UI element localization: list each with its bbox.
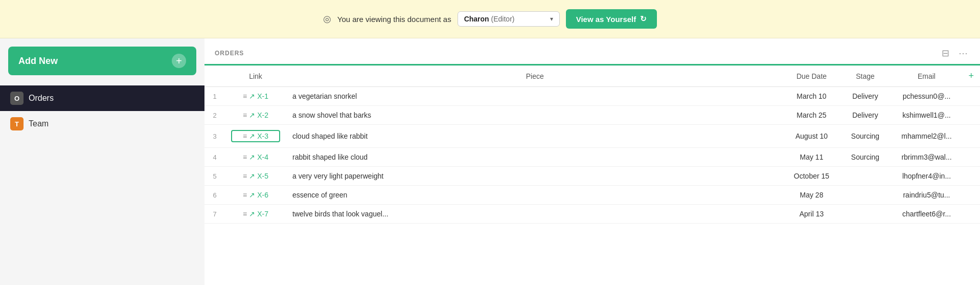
link-id[interactable]: X-7 [257,210,268,218]
row-due-date: April 13 [783,205,839,224]
chevron-down-icon: ▾ [550,15,553,23]
sidebar-team-label: Team [29,119,49,128]
link-id[interactable]: X-3 [257,132,268,140]
view-as-banner: ◎ You are viewing this document as Charo… [0,0,980,38]
row-link-cell[interactable]: ≡↗X-2 [225,106,286,125]
table-header-row: Link Piece Due Date Stage Email + [204,65,980,87]
link-id[interactable]: X-4 [257,153,268,161]
external-link-icon: ↗ [249,92,255,100]
row-stage: Delivery [839,106,891,125]
banner-text: You are viewing this document as [337,15,451,24]
row-email: chartfleet6@r... [891,205,962,224]
section-label: ORDERS [215,50,244,57]
row-number: 2 [204,106,225,125]
table-row[interactable]: 5≡↗X-5a very very light paperweightOctob… [204,167,980,186]
sidebar: Add New + O Orders T Team [0,38,204,285]
doc-icon: ≡ [243,92,247,100]
row-due-date: May 11 [783,148,839,167]
col-header-add[interactable]: + [962,65,980,87]
doc-icon: ≡ [243,153,247,161]
table-row[interactable]: 4≡↗X-4rabbit shaped like cloudMay 11Sour… [204,148,980,167]
content-header: ORDERS ⊟ ⋯ [204,38,980,64]
col-header-piece: Piece [286,65,783,87]
sidebar-orders-label: Orders [29,94,54,103]
row-stage: Delivery [839,87,891,106]
row-email: pchessun0@... [891,87,962,106]
table-row[interactable]: 2≡↗X-2a snow shovel that barksMarch 25De… [204,106,980,125]
row-email: lhopfner4@in... [891,167,962,186]
row-link-cell[interactable]: ≡↗X-6 [225,186,286,205]
row-stage: Sourcing [839,148,891,167]
row-number: 6 [204,186,225,205]
row-link-cell[interactable]: ≡↗X-1 [225,87,286,106]
row-number: 3 [204,125,225,148]
external-link-icon: ↗ [249,153,255,161]
eye-icon: ◎ [323,13,331,25]
row-piece: twelve birds that look vaguel... [286,205,783,224]
view-as-yourself-button[interactable]: View as Yourself ↻ [566,9,657,29]
row-number: 5 [204,167,225,186]
link-id[interactable]: X-2 [257,111,268,119]
sidebar-item-orders[interactable]: O Orders [0,85,204,111]
doc-icon: ≡ [243,210,247,218]
row-piece: a vegetarian snorkel [286,87,783,106]
row-number: 1 [204,87,225,106]
row-email: raindriu5@tu... [891,186,962,205]
row-email: rbrimm3@wal... [891,148,962,167]
row-email: mhammel2@l... [891,125,962,148]
row-number: 4 [204,148,225,167]
row-link-cell[interactable]: ≡↗X-5 [225,167,286,186]
doc-icon: ≡ [243,132,247,140]
external-link-icon: ↗ [249,111,255,119]
external-link-icon: ↗ [249,172,255,180]
table-row[interactable]: 7≡↗X-7twelve birds that look vaguel...Ap… [204,205,980,224]
row-due-date: August 10 [783,125,839,148]
row-piece: a snow shovel that barks [286,106,783,125]
row-email: kshimwell1@... [891,106,962,125]
viewer-name: Charon [464,15,489,23]
link-id[interactable]: X-6 [257,191,268,199]
row-due-date: October 15 [783,167,839,186]
row-stage [839,186,891,205]
sidebar-item-team[interactable]: T Team [0,111,204,137]
orders-table-container: Link Piece Due Date Stage Email + 1≡↗X-1… [204,64,980,285]
col-header-link: Link [225,65,286,87]
col-header-due-date: Due Date [783,65,839,87]
viewer-role: (Editor) [491,15,515,23]
row-piece: cloud shaped like rabbit [286,125,783,148]
row-piece: a very very light paperweight [286,167,783,186]
row-due-date: March 10 [783,87,839,106]
link-id[interactable]: X-1 [257,92,268,100]
viewer-dropdown[interactable]: Charon (Editor) ▾ [458,11,560,27]
row-link-cell[interactable]: ≡↗X-3 [225,125,286,148]
row-piece: essence of green [286,186,783,205]
row-piece: rabbit shaped like cloud [286,148,783,167]
content-area: ORDERS ⊟ ⋯ Link Piece Due Date Stage Ema… [204,38,980,285]
table-row[interactable]: 3≡↗X-3cloud shaped like rabbitAugust 10S… [204,125,980,148]
row-stage [839,205,891,224]
col-header-email: Email [891,65,962,87]
header-actions: ⊟ ⋯ [940,47,970,60]
row-link-cell[interactable]: ≡↗X-4 [225,148,286,167]
filter-icon[interactable]: ⊟ [940,47,951,60]
table-body: 1≡↗X-1a vegetarian snorkelMarch 10Delive… [204,87,980,224]
table-row[interactable]: 1≡↗X-1a vegetarian snorkelMarch 10Delive… [204,87,980,106]
table-row[interactable]: 6≡↗X-6essence of greenMay 28raindriu5@tu… [204,186,980,205]
row-due-date: March 25 [783,106,839,125]
row-link-cell[interactable]: ≡↗X-7 [225,205,286,224]
row-stage: Sourcing [839,125,891,148]
add-new-plus-icon: + [172,54,186,68]
view-as-yourself-label: View as Yourself [576,15,636,24]
doc-icon: ≡ [243,191,247,199]
orders-icon: O [10,92,24,105]
link-id[interactable]: X-5 [257,172,268,180]
add-new-button[interactable]: Add New + [8,47,196,75]
more-options-icon[interactable]: ⋯ [956,47,970,60]
external-link-icon: ↗ [249,132,255,140]
add-new-label: Add New [18,56,58,67]
col-header-stage: Stage [839,65,891,87]
orders-table: Link Piece Due Date Stage Email + 1≡↗X-1… [204,65,980,224]
doc-icon: ≡ [243,111,247,119]
main-layout: Add New + O Orders T Team ORDERS ⊟ ⋯ [0,38,980,285]
team-icon: T [10,117,24,130]
